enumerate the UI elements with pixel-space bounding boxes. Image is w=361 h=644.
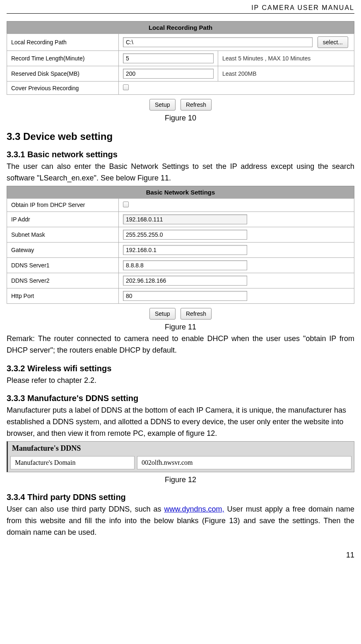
subsection-heading: 3.3.4 Third party DDNS setting [7, 493, 354, 502]
port-input[interactable] [123, 291, 247, 301]
paragraph: User can also use third party DDNS, such… [7, 504, 354, 538]
row-label: DDNS Server1 [7, 257, 119, 273]
paragraph: Manufacturer puts a label of DDNS at the… [7, 405, 354, 440]
select-button[interactable]: select... [318, 36, 348, 48]
row-label: Http Port [7, 288, 119, 303]
row-label: Reserved Disk Space(MB) [7, 66, 119, 82]
setup-button[interactable]: Setup [149, 99, 176, 111]
path-input[interactable] [123, 37, 313, 47]
figure-caption: Figure 12 [7, 476, 354, 484]
row-label: Obtain IP from DHCP Server [7, 198, 119, 211]
ip-input[interactable] [123, 214, 247, 224]
cover-checkbox[interactable] [123, 84, 129, 90]
table-title: Local Recording Path [7, 22, 354, 34]
dyndns-link[interactable]: www.dyndns.com, [164, 505, 224, 513]
figure-caption: Figure 11 [7, 323, 354, 332]
dhcp-checkbox[interactable] [123, 202, 129, 207]
subsection-heading: 3.3.1 Basic network settings [7, 150, 354, 159]
ddns-domain-label: Manufacture's Domain [10, 456, 135, 469]
row-label: Gateway [7, 242, 119, 257]
figure-caption: Figure 10 [7, 114, 354, 123]
disk-note: Least 200MB [218, 66, 354, 82]
dns1-input[interactable] [123, 260, 247, 270]
setup-button[interactable]: Setup [149, 308, 176, 320]
subnet-input[interactable] [123, 230, 247, 240]
gateway-input[interactable] [123, 245, 247, 255]
row-label: IP Addr [7, 211, 119, 227]
section-heading: 3.3 Device web setting [7, 131, 354, 142]
refresh-button[interactable]: Refresh [180, 308, 212, 320]
basic-network-table: Basic Network Settings Obtain IP from DH… [7, 186, 354, 304]
subsection-heading: 3.3.3 Manufacture's DDNS setting [7, 394, 354, 403]
page-header-title: IP CAMERA USER MANUAL [7, 4, 354, 14]
ddns-title: Manufacture's DDNS [8, 442, 354, 456]
table-title: Basic Network Settings [7, 186, 354, 198]
para-text: User can also use third party DDNS, such… [7, 505, 164, 513]
refresh-button[interactable]: Refresh [180, 99, 212, 111]
row-label: Subnet Mask [7, 227, 119, 242]
ddns-panel: Manufacture's DDNS Manufacture's Domain … [7, 441, 354, 472]
ddns-domain-value: 002olfh.nwsvr.com [137, 456, 351, 469]
time-input[interactable] [123, 53, 214, 63]
page-number: 11 [7, 551, 354, 560]
subsection-heading: 3.3.2 Wireless wifi settings [7, 364, 354, 373]
local-recording-table: Local Recording Path Local Recording Pat… [7, 21, 354, 95]
row-label: DDNS Server2 [7, 273, 119, 288]
dns2-input[interactable] [123, 276, 247, 286]
disk-input[interactable] [123, 69, 214, 79]
row-label: Record Time Length(Minute) [7, 51, 119, 66]
paragraph: The user can also enter the Basic Networ… [7, 161, 354, 184]
paragraph: Please refer to chapter 2.2. [7, 375, 354, 387]
row-label: Local Recording Path [7, 34, 119, 51]
time-note: Least 5 Minutes , MAX 10 Minutes [218, 51, 354, 66]
row-label: Cover Previous Recording [7, 82, 119, 95]
remark-paragraph: Remark: The router connected to camera n… [7, 333, 354, 356]
